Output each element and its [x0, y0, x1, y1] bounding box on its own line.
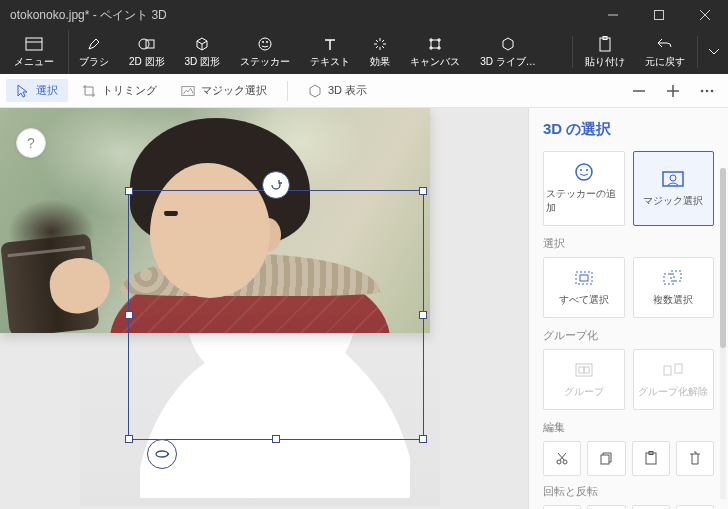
toolbar: 選択 トリミング マジック選択 3D 表示 [0, 74, 728, 108]
svg-rect-3 [146, 40, 154, 48]
rotate-y-handle[interactable] [147, 439, 177, 469]
svg-rect-1 [26, 38, 42, 50]
svg-rect-0 [655, 11, 664, 20]
paste-panel-button[interactable] [632, 441, 670, 476]
svg-point-6 [266, 41, 268, 43]
3d-view-tool[interactable]: 3D 表示 [298, 79, 377, 102]
2d-shapes-icon [138, 35, 156, 53]
flip-vertical-button[interactable] [676, 505, 714, 509]
menu-button[interactable]: メニュー [0, 30, 69, 74]
text-button[interactable]: テキスト [300, 30, 360, 74]
panel-title: 3D の選択 [543, 120, 714, 139]
section-group-label: グループ化 [543, 328, 714, 343]
effects-button[interactable]: 効果 [360, 30, 400, 74]
flip-horizontal-button[interactable] [632, 505, 670, 509]
crop-tool[interactable]: トリミング [72, 79, 167, 102]
svg-point-5 [262, 41, 264, 43]
2d-shapes-button[interactable]: 2D 図形 [119, 30, 175, 74]
window-title: otokonoko.jpg* - ペイント 3D [0, 7, 590, 24]
close-button[interactable] [682, 0, 728, 30]
sticker-add-icon [574, 162, 594, 182]
paste-icon [598, 35, 612, 53]
svg-point-4 [259, 38, 271, 50]
svg-point-17 [586, 169, 588, 171]
svg-rect-23 [671, 271, 681, 281]
3d-shapes-icon [194, 35, 210, 53]
canvas-area[interactable]: ? [0, 108, 528, 509]
svg-rect-25 [579, 367, 584, 373]
group-icon [575, 360, 593, 380]
undo-button[interactable]: 元に戻す [635, 30, 695, 74]
svg-point-15 [576, 164, 592, 180]
zoom-out-button[interactable] [624, 77, 654, 105]
section-edit-label: 編集 [543, 420, 714, 435]
resize-handle[interactable] [419, 435, 427, 443]
effects-icon [372, 35, 388, 53]
magic-select-card-icon [662, 169, 684, 189]
svg-point-29 [557, 460, 561, 464]
3d-library-icon [500, 35, 516, 53]
canvas-icon [427, 35, 443, 53]
multi-select-button[interactable]: 複数選択 [633, 257, 715, 318]
svg-point-13 [711, 89, 714, 92]
selection-box[interactable] [128, 190, 424, 440]
magic-select-card[interactable]: マジック選択 [633, 151, 715, 226]
resize-handle[interactable] [125, 311, 133, 319]
rotate-z-handle[interactable] [262, 171, 290, 199]
crop-icon [82, 84, 96, 98]
section-select-label: 選択 [543, 236, 714, 251]
svg-point-30 [563, 460, 567, 464]
add-sticker-button[interactable]: ステッカーの追加 [543, 151, 625, 226]
select-all-icon [575, 268, 593, 288]
sticker-button[interactable]: ステッカー [230, 30, 300, 74]
multi-select-icon [663, 268, 683, 288]
brush-button[interactable]: ブラシ [69, 30, 119, 74]
sticker-icon [257, 35, 273, 53]
titlebar: otokonoko.jpg* - ペイント 3D [0, 0, 728, 30]
minimize-button[interactable] [590, 0, 636, 30]
maximize-button[interactable] [636, 0, 682, 30]
expand-ribbon-button[interactable] [700, 30, 728, 74]
more-button[interactable] [692, 77, 722, 105]
menu-label: メニュー [14, 55, 54, 69]
section-rotate-label: 回転と反転 [543, 484, 714, 499]
svg-rect-22 [664, 274, 674, 284]
resize-handle[interactable] [419, 187, 427, 195]
svg-rect-27 [664, 366, 671, 375]
svg-point-12 [706, 89, 709, 92]
svg-point-14 [156, 451, 168, 457]
resize-handle[interactable] [125, 187, 133, 195]
ungroup-button: グループ化解除 [633, 349, 715, 410]
zoom-in-button[interactable] [658, 77, 688, 105]
help-button[interactable]: ? [16, 128, 46, 158]
cursor-icon [16, 84, 30, 98]
svg-point-19 [670, 175, 676, 181]
resize-handle[interactable] [419, 311, 427, 319]
panel-scrollbar-thumb[interactable] [720, 168, 726, 348]
select-tool[interactable]: 選択 [6, 79, 68, 102]
cut-button[interactable] [543, 441, 581, 476]
magic-select-tool[interactable]: マジック選択 [171, 79, 277, 102]
ungroup-icon [663, 360, 683, 380]
resize-handle[interactable] [272, 435, 280, 443]
text-icon [323, 35, 337, 53]
copy-button[interactable] [587, 441, 625, 476]
paste-button[interactable]: 貼り付け [575, 30, 635, 74]
undo-icon [657, 35, 673, 53]
rotate-right-button[interactable] [587, 505, 625, 509]
svg-rect-31 [601, 455, 609, 464]
3d-view-icon [308, 84, 322, 98]
canvas-button[interactable]: キャンバス [400, 30, 470, 74]
3d-shapes-button[interactable]: 3D 図形 [175, 30, 231, 74]
svg-rect-21 [580, 275, 588, 281]
svg-rect-7 [431, 40, 439, 48]
svg-rect-18 [663, 172, 683, 186]
rotate-left-button[interactable] [543, 505, 581, 509]
select-all-button[interactable]: すべて選択 [543, 257, 625, 318]
group-button: グループ [543, 349, 625, 410]
delete-button[interactable] [676, 441, 714, 476]
resize-handle[interactable] [125, 435, 133, 443]
side-panel: 3D の選択 ステッカーの追加 マジック選択 選択 すべて選択 [528, 108, 728, 509]
svg-point-11 [701, 89, 704, 92]
3d-library-button[interactable]: 3D ライブ… [470, 30, 546, 74]
